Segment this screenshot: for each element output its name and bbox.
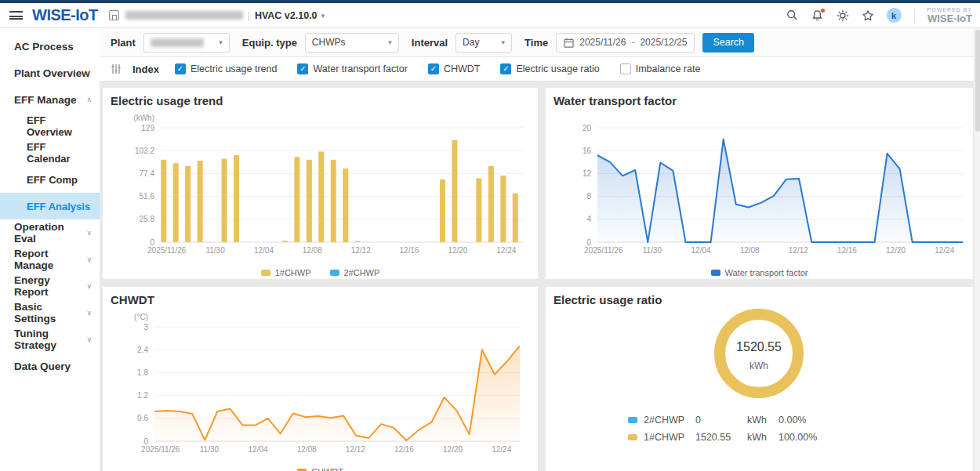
checkbox-water-transport-factor[interactable]: ✓Water transport factor <box>297 63 407 74</box>
svg-text:12/08: 12/08 <box>303 246 322 255</box>
svg-text:2.4: 2.4 <box>137 346 148 354</box>
chart-grid: Electric usage trend 025.851.677.4103.21… <box>100 82 980 471</box>
legend-item-water-transport-factor[interactable]: Water transport factor <box>711 268 808 277</box>
sidebar-item-plant-overview[interactable]: Plant Overview <box>0 60 100 86</box>
notification-dot <box>821 9 825 13</box>
svg-text:1.8: 1.8 <box>137 368 148 377</box>
sidebar-item-eff-calendar[interactable]: EFF Calendar <box>0 139 100 166</box>
legend-value: 1520.55 <box>695 432 747 443</box>
legend-label: 2#CHWP <box>344 268 380 277</box>
water-transport-factor-chart: 0481216202025/11/2611/3012/0412/0812/121… <box>554 109 965 277</box>
plant-select[interactable]: ▾ <box>143 33 230 53</box>
legend-item-1-chwp[interactable]: 1#CHWP <box>261 268 311 277</box>
svg-text:77.4: 77.4 <box>140 169 155 178</box>
sidebar-item-tuning-strategy[interactable]: Tuning Strategy∨ <box>0 326 100 353</box>
app-header: WISE-IoT | HVAC v2.10.0 ▾ k POWERED BY W… <box>0 3 980 28</box>
card-chwdt: CHWDT 00.61.21.82.43(°C)2025/11/2611/301… <box>102 286 539 471</box>
svg-text:12/08: 12/08 <box>740 246 760 255</box>
index-options: ✓Electric usage trend✓Water transport fa… <box>175 63 700 74</box>
settings-gear-icon[interactable] <box>837 9 849 22</box>
interval-select[interactable]: Day ▾ <box>456 33 512 53</box>
svg-text:12/24: 12/24 <box>496 246 516 255</box>
sidebar-item-eff-manage[interactable]: EFF Manage∧ <box>0 86 100 113</box>
legend-swatch <box>330 270 339 276</box>
org-name-redacted <box>125 11 243 20</box>
vertical-scrollbar[interactable] <box>974 28 980 471</box>
legend-unit: kWh <box>747 415 779 426</box>
date-range-picker[interactable]: 2025/11/26 - 2025/12/25 <box>556 33 695 53</box>
checkbox-electric-usage-ratio[interactable]: ✓Electric usage ratio <box>500 63 599 74</box>
wise-iot-logo: WISE-IoT <box>32 6 98 24</box>
svg-text:12/24: 12/24 <box>935 246 954 255</box>
svg-text:11/30: 11/30 <box>205 246 225 255</box>
sidebar-item-eff-analysis[interactable]: EFF Analysis <box>0 193 100 219</box>
legend-label: 1#CHWP <box>275 268 311 277</box>
interval-value: Day <box>463 37 479 48</box>
app-version-label: HVAC v2.10.0 <box>255 10 318 21</box>
chart-title: Water transport factor <box>554 94 965 107</box>
svg-text:12/16: 12/16 <box>400 246 419 255</box>
checkbox-electric-usage-trend[interactable]: ✓Electric usage trend <box>175 63 277 74</box>
sidebar-item-eff-overview[interactable]: EFF Overview <box>0 113 100 139</box>
svg-text:12/12: 12/12 <box>351 246 371 255</box>
time-start-value: 2025/11/26 <box>579 37 626 48</box>
user-avatar[interactable]: k <box>887 8 902 23</box>
svg-text:0: 0 <box>143 437 148 446</box>
svg-text:12/16: 12/16 <box>837 246 857 255</box>
checkbox-checked-icon: ✓ <box>175 63 186 74</box>
favorite-star-icon[interactable] <box>862 9 874 22</box>
svg-text:2025/11/26: 2025/11/26 <box>141 445 180 454</box>
legend-item-chwdt[interactable]: CHWDT <box>297 467 343 471</box>
legend-item-2-chwp[interactable]: 2#CHWP <box>330 268 380 277</box>
chevron-down-icon: ∨ <box>86 335 92 343</box>
app-switcher-caret-icon[interactable]: ▾ <box>321 12 325 20</box>
sidebar-item-label: Operation Eval <box>14 221 86 245</box>
legend-label[interactable]: 1#CHWP <box>644 432 695 443</box>
sidebar-item-eff-comp[interactable]: EFF Comp <box>0 166 100 193</box>
svg-text:129: 129 <box>141 124 154 132</box>
svg-text:12/20: 12/20 <box>886 246 906 255</box>
bar-chart-svg: 025.851.677.4103.2129(kWh)2025/11/2611/3… <box>111 109 534 264</box>
chevron-down-icon: ∨ <box>86 255 92 263</box>
main-content: Plant ▾ Equip. type CHWPs ▾ Interval Day… <box>100 28 980 471</box>
svg-text:25.8: 25.8 <box>140 215 155 223</box>
sidebar-item-energy-report[interactable]: Energy Report∨ <box>0 273 100 299</box>
svg-text:16: 16 <box>583 147 592 155</box>
powered-by-logo: POWERED BY WISE-IoT <box>927 7 972 24</box>
legend-label[interactable]: 2#CHWP <box>644 415 695 426</box>
legend-percent: 0.00% <box>779 415 833 426</box>
sidebar-item-label: Data Query <box>14 360 71 372</box>
line-chart-svg: 00.61.21.82.43(°C)2025/11/2611/3012/0412… <box>111 308 530 463</box>
sidebar-item-operation-eval[interactable]: Operation Eval∨ <box>0 219 100 246</box>
sidebar-item-label: Basic Settings <box>14 301 86 324</box>
notification-bell-icon[interactable] <box>811 9 824 22</box>
scrollbar-thumb[interactable] <box>975 30 980 132</box>
sidebar-item-ac-process[interactable]: AC Process <box>0 33 100 60</box>
legend-label: Water transport factor <box>725 268 808 277</box>
legend-swatch <box>711 270 720 276</box>
checkbox-checked-icon: ✓ <box>500 63 511 74</box>
plant-label: Plant <box>111 37 136 49</box>
svg-text:12/24: 12/24 <box>492 445 511 454</box>
equip-type-select[interactable]: CHWPs ▾ <box>305 33 399 53</box>
search-button[interactable]: Search <box>702 33 754 53</box>
checkbox-label: Water transport factor <box>313 63 407 74</box>
checkbox-imbalance-rate[interactable]: Imbalance rate <box>620 63 701 74</box>
hamburger-menu-icon[interactable] <box>9 11 23 20</box>
svg-text:12/04: 12/04 <box>254 246 274 255</box>
electric-usage-ratio-chart: 1520.55kWh2#CHWP0kWh0.00%1#CHWP1520.55kW… <box>554 308 965 443</box>
sidebar-item-report-manage[interactable]: Report Manage∨ <box>0 246 100 273</box>
filter-bar: Plant ▾ Equip. type CHWPs ▾ Interval Day… <box>100 28 980 57</box>
checkbox-unchecked-icon <box>620 63 631 74</box>
svg-text:12/16: 12/16 <box>394 445 414 454</box>
sidebar-item-data-query[interactable]: Data Query <box>0 353 100 379</box>
svg-text:11/30: 11/30 <box>643 246 662 255</box>
equip-type-label: Equip. type <box>242 37 297 49</box>
organization-icon <box>109 10 119 20</box>
chart-legend: Water transport factor <box>554 268 965 277</box>
checkbox-chwdt[interactable]: ✓CHWDT <box>428 63 481 74</box>
search-icon[interactable] <box>786 9 799 22</box>
chevron-down-icon: ∨ <box>86 229 92 237</box>
sidebar-item-basic-settings[interactable]: Basic Settings∨ <box>0 299 100 326</box>
header-separator: | <box>248 10 250 21</box>
